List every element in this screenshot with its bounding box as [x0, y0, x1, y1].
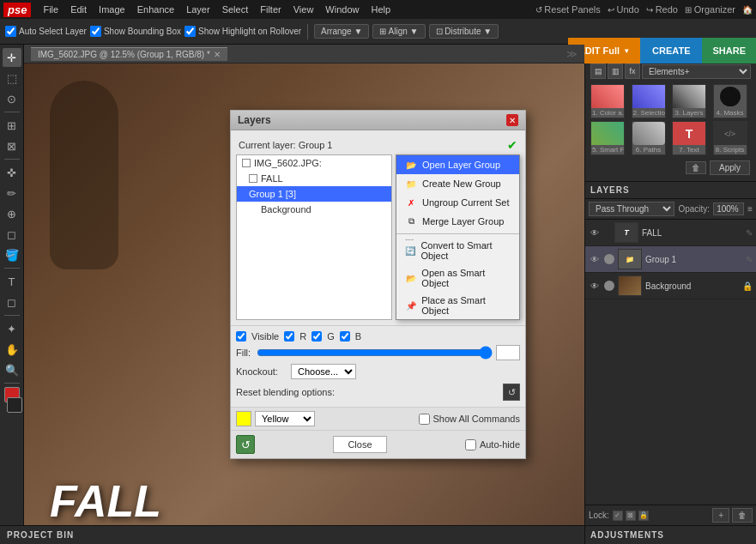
tree-checkbox-img[interactable] — [242, 159, 251, 167]
effects-delete-btn[interactable]: 🗑 — [686, 161, 706, 174]
tool-crop[interactable]: ⊞ — [3, 116, 21, 135]
g-check[interactable] — [311, 331, 322, 342]
layer-row-group1[interactable]: 👁 📁 Group 1 ✎ — [585, 246, 756, 273]
tool-eyedropper[interactable]: ✦ — [3, 319, 21, 338]
effects-apply-btn[interactable]: Apply — [710, 160, 750, 175]
tree-item-img[interactable]: IMG_5602.JPG: — [237, 155, 391, 171]
effect-item-3[interactable]: 3. Layers — [672, 84, 706, 118]
tree-checkbox-fall[interactable] — [249, 174, 257, 183]
effect-item-6[interactable]: 6. Paths — [632, 121, 666, 155]
create-btn[interactable]: CREATE — [640, 38, 702, 63]
menu-enhance[interactable]: Enhance — [132, 3, 179, 16]
color-dropdown[interactable]: Yellow — [255, 411, 315, 426]
ctx-create-new-group[interactable]: 📁 Create New Group — [396, 174, 519, 193]
background-color[interactable] — [7, 397, 22, 413]
show-all-check[interactable] — [419, 414, 430, 425]
refresh-btn2[interactable]: ↺ — [236, 435, 255, 454]
redo-btn[interactable]: ↪ Redo — [646, 4, 678, 15]
delete-layer-btn[interactable]: 🗑 — [732, 508, 753, 523]
color-box[interactable] — [236, 411, 251, 426]
lock-icon-3[interactable]: 🔒 — [638, 511, 649, 521]
tool-eraser[interactable]: ◻ — [3, 225, 21, 244]
close-tab-icon[interactable]: ✕ — [214, 50, 221, 59]
layer-eye-bg[interactable]: 👁 — [589, 280, 601, 292]
tool-paint[interactable]: 🪣 — [3, 245, 21, 264]
auto-select-check[interactable]: Auto Select Layer — [5, 26, 87, 37]
ctx-open-smart[interactable]: 📂 Open as Smart Object — [396, 264, 519, 292]
reset-panels-btn[interactable]: ↺ Reset Panels — [535, 4, 601, 15]
tree-item-fall[interactable]: FALL — [237, 171, 391, 186]
distribute-btn[interactable]: ⊡ Distribute ▼ — [429, 24, 499, 39]
tool-shape[interactable]: ◻ — [3, 293, 21, 311]
tool-slice[interactable]: ⊠ — [3, 136, 21, 155]
menu-select[interactable]: Select — [217, 3, 254, 16]
layer-eye-fall[interactable]: 👁 — [589, 227, 601, 239]
opacity-input[interactable] — [713, 202, 744, 215]
menu-layer[interactable]: Layer — [181, 3, 215, 16]
effect-item-8[interactable]: </> 8. Scripts — [713, 121, 747, 155]
ctx-open-layer-group[interactable]: 📂 Open Layer Group — [396, 155, 519, 174]
show-highlight-check[interactable]: Show Highlight on Rollover — [184, 26, 301, 37]
tool-lasso[interactable]: ⊙ — [3, 89, 21, 108]
layer-eye-group1[interactable]: 👁 — [589, 253, 601, 265]
layer-edit-fall[interactable]: ✎ — [746, 228, 753, 238]
arrange-btn[interactable]: Arrange ▼ — [314, 24, 369, 39]
canvas-tab-item[interactable]: IMG_5602.JPG @ 12.5% (Group 1, RGB/8) * … — [31, 47, 227, 61]
tool-move[interactable]: ✛ — [3, 48, 21, 67]
layer-edit-group1[interactable]: ✎ — [746, 255, 753, 264]
undo-btn[interactable]: ↩ Undo — [608, 4, 639, 15]
tool-hand[interactable]: ✋ — [3, 340, 21, 359]
layer-row-fall[interactable]: 👁 T FALL ✎ — [585, 220, 756, 246]
effect-item-4[interactable]: 4. Masks — [713, 84, 747, 118]
menu-view[interactable]: View — [288, 3, 319, 16]
tool-text[interactable]: T — [3, 272, 21, 291]
fill-slider[interactable] — [257, 349, 493, 356]
tool-heal[interactable]: ✜ — [3, 163, 21, 182]
knockout-select[interactable]: Choose... — [291, 364, 356, 379]
show-bounding-check[interactable]: Show Bounding Box — [90, 26, 181, 37]
tool-zoom[interactable]: 🔍 — [3, 360, 21, 379]
menu-window[interactable]: Window — [320, 3, 364, 16]
fill-color-box[interactable] — [496, 345, 520, 360]
home-btn[interactable]: 🏠 — [742, 5, 753, 15]
layer-row-bg[interactable]: 👁 Background 🔒 — [585, 273, 756, 299]
tool-clone[interactable]: ⊕ — [3, 204, 21, 223]
autohide-check[interactable] — [465, 439, 476, 450]
tree-item-group1[interactable]: Group 1 [3] — [237, 186, 391, 202]
ctx-place-smart[interactable]: 📌 Place as Smart Object — [396, 292, 519, 319]
dialog-close-button[interactable]: Close — [333, 436, 386, 453]
effects-icon-2[interactable]: ▥ — [608, 63, 623, 79]
lock-icon-2[interactable]: ⊠ — [626, 511, 636, 521]
opacity-more-icon[interactable]: ≡ — [747, 204, 753, 214]
effects-dropdown[interactable]: Elements+ — [642, 64, 751, 79]
tree-item-bg[interactable]: Background — [237, 202, 391, 217]
effect-item-5[interactable]: 5. Smart Fi... — [590, 121, 625, 155]
ctx-ungroup[interactable]: ✗ Ungroup Current Set — [396, 193, 519, 212]
effects-icon-1[interactable]: ▤ — [590, 63, 606, 79]
tool-brush[interactable]: ✏ — [3, 184, 21, 202]
effect-item-7[interactable]: T 7. Text — [672, 121, 706, 155]
effect-item-1[interactable]: 1. Color a... — [590, 84, 625, 118]
menu-edit[interactable]: Edit — [65, 3, 92, 16]
organizer-btn[interactable]: ⊞ Organizer — [685, 4, 735, 15]
tool-select[interactable]: ⬚ — [3, 69, 21, 88]
menu-help[interactable]: Help — [366, 3, 396, 16]
menu-image[interactable]: Image — [94, 3, 130, 16]
reset-blending-btn[interactable]: ↺ — [503, 384, 520, 401]
new-layer-btn[interactable]: + — [712, 508, 729, 523]
dialog-close-btn[interactable]: ✕ — [506, 114, 518, 126]
effects-icon-3[interactable]: fx — [625, 63, 640, 79]
b-check[interactable] — [340, 331, 350, 342]
visible-check[interactable] — [236, 331, 246, 342]
r-check[interactable] — [284, 331, 294, 342]
align-btn[interactable]: ⊞ Align ▼ — [372, 24, 425, 39]
menu-file[interactable]: File — [38, 3, 64, 16]
menu-filter[interactable]: Filter — [255, 3, 286, 16]
effect-item-2[interactable]: 2. Selectio... — [632, 84, 666, 118]
ctx-merge-layer[interactable]: ⧉ Merge Layer Group — [396, 212, 519, 231]
share-btn[interactable]: SHARE — [702, 38, 756, 63]
lock-icon-1[interactable]: ✓ — [613, 511, 623, 521]
layer-name-fall: FALL — [642, 228, 742, 238]
expand-icon[interactable]: ≫ — [566, 48, 578, 60]
blend-mode-select[interactable]: Pass Through — [589, 202, 674, 216]
